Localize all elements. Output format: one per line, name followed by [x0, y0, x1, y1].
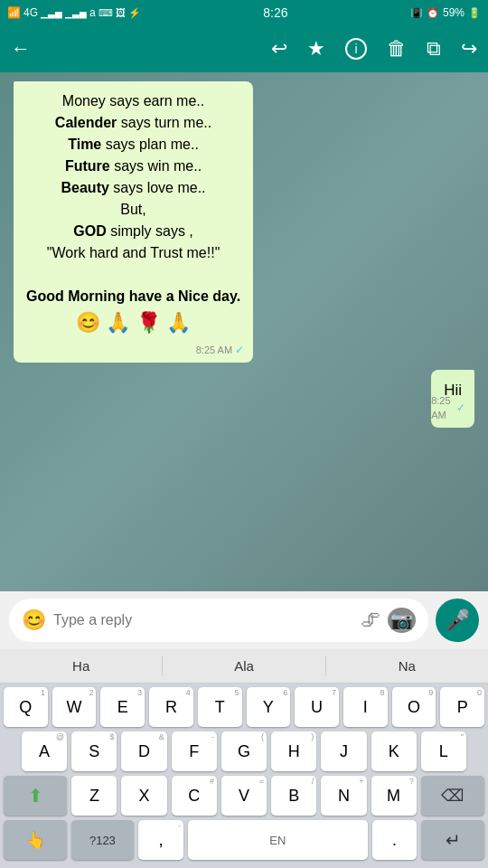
key-w[interactable]: 2W — [52, 687, 97, 727]
status-bar: 📶 4G ▁▃▅ ▁▃▅ a ⌨ 🖼 ⚡ 8:26 📳 ⏰ 59% 🔋 — [0, 0, 488, 25]
reply-button[interactable]: ↩ — [271, 37, 287, 61]
attach-icon[interactable]: 🖇 — [361, 609, 380, 632]
status-time: 8:26 — [263, 5, 287, 20]
wifi-icon: ▁▃▅ — [41, 8, 62, 18]
key-n[interactable]: +N — [321, 776, 366, 816]
backspace-key[interactable]: ⌫ — [421, 776, 484, 816]
camera-icon[interactable]: 📷 — [388, 608, 416, 633]
input-area: 😊 🖇 📷 🎤 — [0, 591, 488, 649]
info-button[interactable]: i — [345, 38, 367, 60]
keyboard-rows: 1Q 2W 3E 4R 5T 6Y 7U 8I 9O 0P @A $S &D -… — [0, 684, 488, 860]
shift-key[interactable]: ⬆ — [4, 776, 67, 816]
signal-text: 4G — [23, 6, 38, 19]
star-button[interactable]: ★ — [307, 37, 325, 61]
battery-icon: 🔋 — [468, 7, 481, 19]
key-q[interactable]: 1Q — [4, 687, 48, 727]
mic-button[interactable]: 🎤 — [436, 599, 479, 642]
keyboard: Ha Ala Na 1Q 2W 3E 4R 5T 6Y 7U 8I 9O 0P … — [0, 649, 488, 868]
battery-text: 59% — [443, 6, 465, 19]
key-p[interactable]: 0P — [440, 687, 484, 727]
suggestion-1[interactable]: Ha — [0, 656, 163, 675]
key-row-2: @A $S &D -F (G )H J K "L — [4, 731, 484, 771]
copy-button[interactable]: ⧉ — [427, 37, 441, 61]
suggestion-2[interactable]: Ala — [163, 656, 325, 675]
time-label-1: 8:25 AM — [196, 343, 232, 358]
suggestion-3[interactable]: Na — [326, 656, 488, 675]
key-x[interactable]: X — [121, 776, 166, 816]
symbols-key[interactable]: ?123 — [71, 820, 135, 860]
keyboard-icon: ⌨ — [99, 7, 113, 19]
key-b[interactable]: /B — [271, 776, 316, 816]
key-o[interactable]: 9O — [392, 687, 436, 727]
key-u[interactable]: 7U — [295, 687, 339, 727]
key-i[interactable]: 8I — [343, 687, 388, 727]
suggestions-row: Ha Ala Na — [0, 649, 488, 684]
key-z[interactable]: Z — [71, 776, 117, 816]
status-right: 📳 ⏰ 59% 🔋 — [410, 6, 481, 19]
reply-input[interactable] — [53, 612, 353, 628]
toolbar: ← ↩ ★ i 🗑 ⧉ ↪ — [0, 25, 488, 72]
time-label-2: 8:25 AM — [431, 393, 454, 423]
mic-icon: 🎤 — [446, 609, 470, 632]
key-t[interactable]: 5T — [198, 687, 242, 727]
key-a[interactable]: @A — [22, 731, 67, 771]
key-row-1: 1Q 2W 3E 4R 5T 6Y 7U 8I 9O 0P — [4, 687, 484, 727]
key-d[interactable]: &D — [121, 731, 166, 771]
space-key[interactable]: EN — [188, 820, 368, 860]
key-r[interactable]: 4R — [149, 687, 193, 727]
image-icon: 🖼 — [116, 7, 126, 18]
enter-key[interactable]: ↵ — [421, 820, 484, 860]
key-f[interactable]: -F — [172, 731, 217, 771]
comma-key[interactable]: -, — [138, 820, 183, 860]
usb-icon: ⚡ — [128, 7, 141, 19]
key-m[interactable]: ?M — [371, 776, 417, 816]
back-button[interactable]: ← — [11, 37, 31, 61]
language-key[interactable]: 👆 — [4, 820, 67, 860]
chat-area: Money says earn me.. Calender says turn … — [0, 72, 488, 591]
key-y[interactable]: 6Y — [247, 687, 291, 727]
key-c[interactable]: #C — [172, 776, 217, 816]
key-h[interactable]: )H — [271, 731, 316, 771]
key-g[interactable]: (G — [221, 731, 267, 771]
period-key[interactable]: . — [372, 820, 418, 860]
tick-icon-2: ✓ — [456, 400, 465, 416]
vibrate-icon: 📳 — [410, 7, 423, 19]
messages-container: Money says earn me.. Calender says turn … — [0, 72, 488, 591]
key-v[interactable]: =V — [221, 776, 267, 816]
delete-button[interactable]: 🗑 — [387, 37, 407, 61]
key-k[interactable]: K — [371, 731, 417, 771]
status-left: 📶 4G ▁▃▅ ▁▃▅ a ⌨ 🖼 ⚡ — [7, 6, 141, 19]
message-outgoing: Hii 8:25 AM ✓ — [431, 370, 474, 428]
message-time-1: 8:25 AM ✓ — [196, 342, 244, 358]
key-e[interactable]: 3E — [100, 687, 145, 727]
alarm-icon: ⏰ — [427, 7, 439, 19]
sim-icon: ▁▃▅ — [65, 8, 87, 18]
data-icon: a — [89, 6, 96, 19]
toolbar-actions: ↩ ★ i 🗑 ⧉ ↪ — [271, 37, 477, 61]
message-time-2: 8:25 AM ✓ — [431, 393, 465, 423]
key-row-3: ⬆ Z X #C =V /B +N ?M ⌫ — [4, 776, 484, 816]
input-box: 😊 🖇 📷 — [9, 599, 428, 642]
emoji-icon[interactable]: 😊 — [22, 609, 46, 632]
key-j[interactable]: J — [321, 731, 366, 771]
tick-icon-1: ✓ — [235, 342, 244, 358]
signal-icon: 📶 — [7, 6, 21, 19]
key-s[interactable]: $S — [71, 731, 117, 771]
message-incoming: Money says earn me.. Calender says turn … — [14, 81, 253, 363]
share-button[interactable]: ↪ — [461, 37, 477, 61]
message-text-1: Money says earn me.. Calender says turn … — [26, 90, 240, 337]
key-row-4: 👆 ?123 -, EN . ↵ — [4, 820, 484, 860]
key-l[interactable]: "L — [421, 731, 466, 771]
